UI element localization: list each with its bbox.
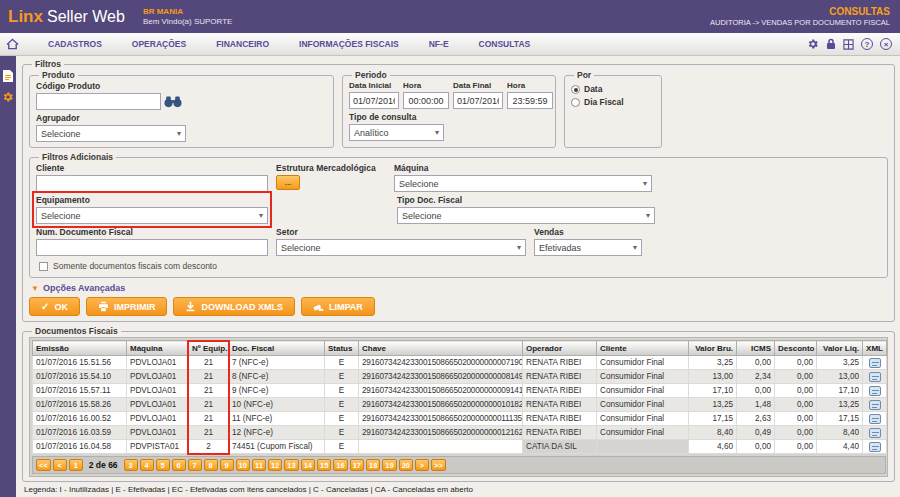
page-button[interactable]: 15 — [317, 459, 331, 471]
page-button[interactable]: 10 — [236, 459, 250, 471]
store-name: BR MANIA — [143, 7, 233, 17]
table-row[interactable]: 01/07/2016 15.51.56PDVLOJA01217 (NFC-e)E… — [33, 356, 887, 370]
page-button[interactable]: 6 — [172, 459, 186, 471]
table-row[interactable]: 01/07/2016 15.57.11PDVLOJA01219 (NFC-e)E… — [33, 384, 887, 398]
sidebar-gear-icon[interactable] — [2, 91, 14, 103]
por-fieldset: Por Data Dia Fiscal — [564, 70, 662, 148]
cell-desc: 0,00 — [775, 412, 817, 426]
column-header-9[interactable]: ICMS — [737, 341, 775, 356]
column-header-10[interactable]: Desconto — [775, 341, 817, 356]
column-header-5[interactable]: Chave — [359, 341, 523, 356]
radio-data[interactable]: Data — [571, 84, 655, 94]
column-header-11[interactable]: Valor Liq. — [817, 341, 863, 356]
table-row[interactable]: 01/07/2016 16.00.52PDVLOJA012111 (NFC-e)… — [33, 412, 887, 426]
table-row[interactable]: 01/07/2016 15.54.10PDVLOJA01218 (NFC-e)E… — [33, 370, 887, 384]
page-button[interactable]: 7 — [188, 459, 202, 471]
agrupador-select[interactable]: Selecione▾ — [36, 125, 186, 142]
menu-item-4[interactable]: NF-E — [414, 39, 464, 49]
search-binoculars-icon[interactable] — [164, 96, 182, 108]
limpar-button[interactable]: LIMPAR — [301, 297, 375, 316]
table-row[interactable]: 01/07/2016 16.03.59PDVLOJA012112 (NFC-e)… — [33, 426, 887, 440]
num-documento-fiscal-input[interactable] — [36, 239, 268, 256]
xml-file-icon[interactable] — [869, 414, 881, 424]
column-header-4[interactable]: Status — [325, 341, 359, 356]
column-header-3[interactable]: Doc. Fiscal — [229, 341, 325, 356]
column-header-6[interactable]: Operador — [523, 341, 597, 356]
hora-final-input[interactable] — [507, 92, 553, 109]
page-button[interactable]: << — [36, 459, 51, 471]
xml-file-icon[interactable] — [869, 400, 881, 410]
xml-file-icon[interactable] — [869, 358, 881, 368]
cell-doc: 11 (NFC-e) — [229, 412, 325, 426]
page-button[interactable]: 19 — [382, 459, 396, 471]
somente-desconto-checkbox[interactable] — [39, 262, 48, 271]
grid-icon[interactable] — [843, 39, 854, 50]
maquina-select[interactable]: Selecione▾ — [394, 175, 652, 192]
page-button[interactable]: 13 — [284, 459, 298, 471]
page-button[interactable]: 12 — [268, 459, 282, 471]
tipo-consulta-select[interactable]: Analítico▾ — [349, 124, 444, 141]
close-icon[interactable]: × — [880, 38, 892, 50]
data-inicial-input[interactable] — [349, 92, 399, 109]
menu-item-1[interactable]: OPERAÇÕES — [117, 39, 201, 49]
codigo-produto-input[interactable] — [36, 93, 161, 110]
xml-file-icon[interactable] — [869, 386, 881, 396]
radio-dia-fiscal[interactable]: Dia Fiscal — [571, 97, 655, 107]
imprimir-button[interactable]: IMPRIMIR — [86, 297, 168, 316]
cell-equip: 21 — [189, 356, 229, 370]
cell-bru: 13,00 — [689, 370, 737, 384]
page-button[interactable]: 3 — [124, 459, 138, 471]
setor-select[interactable]: Selecione▾ — [276, 239, 526, 256]
home-icon[interactable] — [6, 38, 19, 50]
somente-desconto-row[interactable]: Somente documentos fiscais com desconto — [39, 261, 881, 271]
opcoes-avancadas-link[interactable]: ▼ Opções Avançadas — [31, 283, 888, 293]
page-button[interactable]: < — [53, 459, 67, 471]
page-button[interactable]: >> — [431, 459, 446, 471]
page-button[interactable]: 14 — [301, 459, 315, 471]
page-button[interactable]: 9 — [220, 459, 234, 471]
page-button[interactable]: 8 — [204, 459, 218, 471]
page-button[interactable]: 17 — [350, 459, 364, 471]
xml-file-icon[interactable] — [869, 442, 881, 452]
lock-icon[interactable] — [826, 38, 836, 50]
data-final-input[interactable] — [453, 92, 503, 109]
column-header-2[interactable]: Nº Equip. — [189, 341, 229, 356]
column-header-1[interactable]: Máquina — [127, 341, 189, 356]
menu-item-5[interactable]: CONSULTAS — [464, 39, 546, 49]
menu-item-0[interactable]: CADASTROS — [33, 39, 117, 49]
page-button[interactable]: 1 — [69, 459, 83, 471]
ok-button[interactable]: ✓OK — [29, 297, 80, 316]
table-row[interactable]: 01/07/2016 16.04.58PDVPISTA01274451 (Cup… — [33, 440, 887, 454]
radio-dia-fiscal-control[interactable] — [571, 98, 580, 107]
page-button[interactable]: > — [415, 459, 429, 471]
settings-gear-icon[interactable] — [807, 38, 819, 50]
column-header-12[interactable]: XML — [863, 341, 887, 356]
cell-status: E — [325, 440, 359, 454]
vendas-select[interactable]: Efetivadas▾ — [534, 239, 642, 256]
page-button[interactable]: 16 — [333, 459, 347, 471]
menu-item-2[interactable]: FINANCEIRO — [201, 39, 284, 49]
page-button[interactable]: 11 — [252, 459, 266, 471]
download-xmls-button[interactable]: DOWNLOAD XMLS — [173, 297, 295, 316]
xml-file-icon[interactable] — [869, 428, 881, 438]
hora-inicial-input[interactable] — [403, 92, 449, 109]
estrutura-mercadologica-button[interactable]: ... — [276, 175, 300, 190]
page-button[interactable]: 18 — [366, 459, 380, 471]
table-row[interactable]: 01/07/2016 15.58.26PDVLOJA012110 (NFC-e)… — [33, 398, 887, 412]
page-button[interactable]: 5 — [156, 459, 170, 471]
column-header-8[interactable]: Valor Bru. — [689, 341, 737, 356]
cell-chave: 2916073424233001508665020000000009141371… — [359, 384, 523, 398]
column-header-7[interactable]: Cliente — [597, 341, 689, 356]
radio-data-control[interactable] — [571, 85, 580, 94]
menu-item-3[interactable]: INFORMAÇÕES FISCAIS — [284, 39, 414, 49]
page-button[interactable]: 20 — [399, 459, 413, 471]
column-header-0[interactable]: Emissão — [33, 341, 127, 356]
equipamento-select[interactable]: Selecione▾ — [36, 207, 268, 224]
tipo-doc-fiscal-select[interactable]: Selecione▾ — [397, 207, 655, 224]
help-icon[interactable]: ? — [861, 38, 873, 50]
cliente-input[interactable] — [36, 175, 268, 192]
xml-file-icon[interactable] — [869, 372, 881, 382]
filtros-fieldset: Filtros Produto Código Produto Agrup — [22, 59, 895, 322]
sidebar-doc-icon[interactable] — [3, 70, 13, 82]
page-button[interactable]: 4 — [140, 459, 154, 471]
